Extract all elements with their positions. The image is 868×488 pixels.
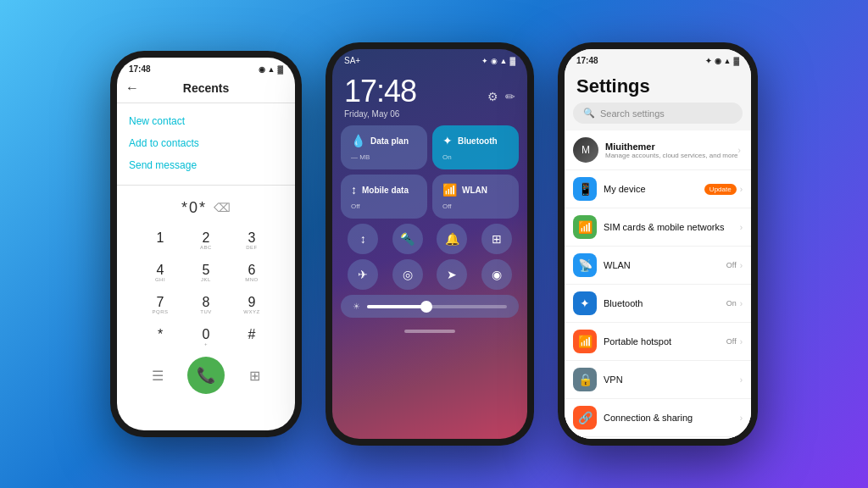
dialer-key-star[interactable]: *: [138, 323, 182, 353]
dialer-key-hash[interactable]: #: [230, 323, 274, 353]
brightness-row: ☀: [341, 295, 519, 318]
sim-right: ›: [740, 223, 743, 232]
phone2-time: 17:48: [344, 74, 416, 109]
settings-item-connection[interactable]: 🔗 Connection & sharing ›: [565, 399, 751, 437]
wlan-tile[interactable]: 📶 WLAN Off: [432, 175, 519, 219]
brightness-thumb: [420, 301, 432, 313]
dialer-key-6[interactable]: 6MNO: [230, 258, 274, 289]
airplane-icon-btn[interactable]: ✈: [348, 259, 378, 290]
wifi-icon: ▲: [268, 65, 275, 74]
search-placeholder: Search settings: [600, 108, 665, 119]
home-bar[interactable]: [404, 330, 455, 333]
settings-search[interactable]: 🔍 Search settings: [573, 103, 743, 124]
hotspot-value: Off: [726, 337, 737, 346]
mydevice-label: My device: [604, 184, 704, 194]
phone2-time-area: 17:48 Friday, May 06 ⚙ ✏: [332, 69, 527, 125]
dialer-key-4[interactable]: 4GHI: [138, 258, 182, 289]
signal2-icon: ◉: [491, 57, 498, 65]
bluetooth-value: On: [726, 299, 737, 308]
chevron-icon: ›: [740, 299, 743, 308]
update-badge: Update: [704, 184, 737, 195]
settings-item-hotspot[interactable]: 📶 Portable hotspot Off ›: [565, 323, 751, 361]
wlan-tile-sub: Off: [442, 202, 509, 210]
vpn-content: VPN: [604, 374, 740, 385]
settings-list: M Miuithemer Manage accounts, cloud serv…: [565, 130, 751, 439]
profile-sub: Manage accounts, cloud services, and mor…: [605, 152, 738, 159]
profile-name: Miuithemer: [605, 141, 738, 152]
mobile-data-sub: Off: [351, 202, 417, 210]
dialer-key-0[interactable]: 0+: [184, 323, 228, 353]
phone3-status-icons: ✦ ◉ ▲ ▓: [705, 57, 739, 65]
bluetooth-tile[interactable]: ✦ Bluetooth On: [432, 125, 519, 169]
call-button[interactable]: 📞: [187, 357, 225, 394]
phone2-frame: SA+ ✦ ◉ ▲ ▓ 17:48 Friday, May 06 ⚙ ✏: [326, 42, 534, 446]
mydevice-right: Update ›: [704, 184, 743, 195]
cc-top-tiles: 💧 Data plan — MB ✦ Bluetooth On ↕ Mobil: [332, 125, 527, 219]
dialer-key-9[interactable]: 9WXYZ: [230, 291, 274, 321]
phone2-date: Friday, May 06: [344, 109, 416, 119]
phone1-status-icons: ◉ ▲ ▓: [259, 65, 283, 74]
bluetooth-tile-label: Bluetooth: [458, 136, 498, 146]
vpn-label: VPN: [604, 374, 740, 385]
bluetooth-label: Bluetooth: [604, 298, 726, 308]
vibrate-icon-btn[interactable]: ↕: [348, 224, 378, 254]
wlan-content: WLAN: [604, 260, 726, 270]
chevron-icon: ›: [740, 261, 743, 270]
dialer-bottom-bar: ☰ 📞 ⊞: [134, 357, 278, 401]
search-icon: 🔍: [583, 108, 595, 119]
settings-item-bluetooth[interactable]: ✦ Bluetooth On ›: [565, 285, 751, 323]
control-header-icons: ⚙ ✏: [487, 90, 515, 103]
new-contact-button[interactable]: New contact: [129, 115, 283, 127]
torch-icon-btn[interactable]: 🔦: [392, 224, 423, 254]
keypad-icon[interactable]: ⊞: [237, 368, 271, 384]
autorotate-icon-btn[interactable]: ◎: [392, 259, 423, 290]
send-message-button[interactable]: Send message: [129, 159, 283, 171]
hotspot-icon: 📶: [573, 330, 597, 353]
add-to-contacts-button[interactable]: Add to contacts: [129, 137, 283, 149]
miui-profile-item[interactable]: M Miuithemer Manage accounts, cloud serv…: [565, 130, 751, 170]
wlan-value: Off: [726, 261, 737, 269]
section-divider: [117, 185, 295, 186]
brightness-bar[interactable]: [367, 305, 507, 308]
settings-item-vpn[interactable]: 🔒 VPN ›: [565, 361, 751, 399]
page-title: Recents: [183, 81, 229, 95]
dnd-icon-btn[interactable]: 🔔: [437, 224, 467, 254]
mobile-data-icon: ↕: [351, 183, 357, 197]
phone2-content: SA+ ✦ ◉ ▲ ▓ 17:48 Friday, May 06 ⚙ ✏: [332, 49, 527, 439]
bt-icon: ✦: [481, 57, 488, 65]
bluetooth-right: On ›: [726, 299, 743, 308]
settings-item-wallpaper[interactable]: 🌸 Wallpaper & personalization ›: [565, 437, 751, 439]
settings-gear-icon[interactable]: ⚙: [487, 90, 498, 103]
mobile-data-tile[interactable]: ↕ Mobile data Off: [341, 175, 427, 219]
settings-item-sim[interactable]: 📶 SIM cards & mobile networks ›: [565, 208, 751, 247]
data-drop-icon: 💧: [351, 134, 365, 147]
phone2-status-icons: ✦ ◉ ▲ ▓: [481, 57, 515, 65]
dialer-key-1[interactable]: 1: [138, 226, 182, 257]
settings-item-wlan[interactable]: 📡 WLAN Off ›: [565, 247, 751, 285]
back-button[interactable]: ←: [125, 80, 139, 96]
data-plan-tile[interactable]: 💧 Data plan — MB: [341, 125, 427, 169]
phone3-status-bar: 17:48 ✦ ◉ ▲ ▓: [565, 49, 751, 69]
menu-icon[interactable]: ☰: [141, 368, 175, 384]
dialer-key-8[interactable]: 8TUV: [184, 291, 228, 321]
location-icon-btn[interactable]: ➤: [437, 259, 467, 290]
vpn-icon: 🔒: [573, 368, 597, 391]
dialer-key-5[interactable]: 5JKL: [184, 258, 228, 289]
phone3-frame: 17:48 ✦ ◉ ▲ ▓ Settings 🔍 Search settings…: [558, 42, 758, 446]
bluetooth-content: Bluetooth: [604, 298, 726, 308]
dialer-key-2[interactable]: 2ABC: [184, 226, 228, 257]
wlan-settings-icon: 📡: [573, 253, 597, 277]
data-tile-label: Data plan: [370, 136, 409, 146]
signal-icon: ◉: [259, 65, 265, 74]
delete-icon[interactable]: ⌫: [214, 201, 231, 214]
screenshot-icon-btn[interactable]: ⊞: [481, 224, 512, 254]
settings-item-mydevice[interactable]: 📱 My device Update ›: [565, 170, 751, 208]
cc-icons-row1: ↕ 🔦 🔔 ⊞: [332, 224, 527, 254]
eye-comfort-icon-btn[interactable]: ◉: [481, 259, 512, 290]
bluetooth-settings-icon: ✦: [573, 291, 597, 315]
vpn-right: ›: [740, 375, 743, 385]
dialer-key-7[interactable]: 7PQRS: [138, 291, 182, 321]
dialer-key-3[interactable]: 3DEF: [230, 226, 274, 257]
connection-icon: 🔗: [573, 406, 597, 430]
edit-icon[interactable]: ✏: [505, 90, 515, 103]
